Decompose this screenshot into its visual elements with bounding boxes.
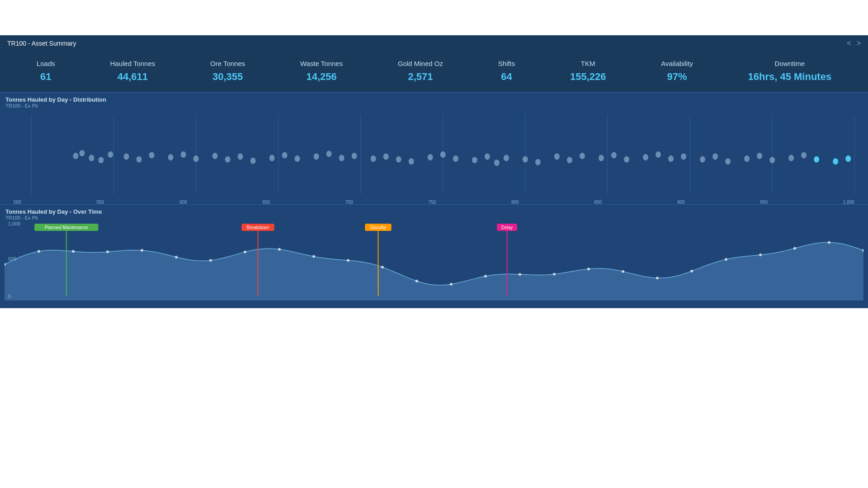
event-label: Planned Maintenance [45, 225, 88, 230]
stat-value-ore-tonnes: 30,355 [210, 71, 245, 83]
distribution-dot [428, 154, 433, 160]
distribution-subtitle: TR100 - Ex Pit [5, 103, 863, 108]
nav-next-button[interactable]: > [857, 39, 861, 47]
distribution-dot [845, 155, 851, 162]
stat-label-waste-tonnes: Waste Tonnes [300, 60, 343, 67]
stat-value-gold-mined-oz: 2,571 [398, 71, 443, 83]
distribution-dot [181, 151, 186, 158]
distribution-dot [494, 160, 500, 166]
distribution-dot [833, 158, 838, 164]
distribution-dot [193, 155, 199, 162]
distribution-dot [712, 154, 718, 160]
stat-value-availability: 97% [661, 71, 693, 83]
distribution-dot [339, 155, 344, 161]
nav-controls: < > [847, 39, 861, 47]
distribution-dot [440, 151, 446, 158]
overtime-dot [347, 259, 349, 262]
stat-value-tkm: 155,226 [570, 71, 606, 83]
nav-prev-button[interactable]: < [847, 39, 851, 47]
distribution-title: Tonnes Hauled by Day - Distribution [5, 96, 863, 103]
overtime-dot [519, 273, 521, 276]
overtime-dot [484, 275, 487, 277]
distribution-dot [523, 156, 528, 163]
overtime-dot [244, 251, 246, 253]
overtime-dot [175, 256, 178, 258]
distribution-dot [599, 155, 604, 161]
distribution-dot [79, 150, 85, 156]
overtime-svg: 1,0005000Planned MaintenanceBreakdownSta… [5, 221, 863, 300]
stat-value-hauled-tonnes: 44,611 [110, 71, 155, 83]
stat-label-availability: Availability [661, 60, 693, 67]
distribution-dot [611, 152, 617, 158]
stat-value-loads: 61 [37, 71, 55, 83]
distribution-dot [643, 154, 648, 160]
distribution-dot [681, 154, 686, 160]
distribution-dot [554, 154, 560, 160]
stat-gold-mined-oz: Gold Mined Oz 2,571 [398, 60, 443, 83]
top-white-area [0, 0, 868, 35]
overtime-dot [759, 253, 762, 256]
overtime-dot [72, 250, 75, 253]
overtime-dot [415, 280, 418, 282]
overtime-dot [725, 258, 727, 261]
overtime-panel: Tonnes Hauled by Day - Over Time TR100 -… [0, 204, 868, 308]
distribution-dot [472, 157, 477, 163]
overtime-dot [828, 241, 830, 244]
distribution-dot [535, 159, 541, 165]
stat-value-downtime: 16hrs, 45 Minutes [748, 71, 831, 83]
stat-label-downtime: Downtime [748, 60, 831, 67]
distribution-dot [383, 154, 389, 160]
overtime-dot [209, 259, 212, 262]
overtime-y-label: 0 [8, 294, 11, 299]
distribution-dot [282, 152, 288, 158]
stats-bar: Loads 61Hauled Tonnes 44,611Ore Tonnes 3… [0, 52, 868, 92]
stat-label-ore-tonnes: Ore Tonnes [210, 60, 245, 67]
distribution-dot [769, 157, 775, 163]
distribution-dot [453, 155, 458, 162]
stat-value-waste-tonnes: 14,256 [300, 71, 343, 83]
distribution-dot [757, 153, 762, 159]
stat-value-shifts: 64 [498, 71, 515, 83]
overtime-dot [106, 250, 109, 253]
distribution-dot [504, 155, 509, 161]
distribution-panel: Tonnes Hauled by Day - Distribution TR10… [0, 92, 868, 204]
distribution-dot [567, 157, 572, 163]
distribution-dot [396, 156, 401, 163]
stat-ore-tonnes: Ore Tonnes 30,355 [210, 60, 245, 83]
distribution-dot [108, 151, 113, 158]
stat-availability: Availability 97% [661, 60, 693, 83]
distribution-header: Tonnes Hauled by Day - Distribution TR10… [0, 93, 868, 109]
overtime-y-label: 1,000 [8, 221, 20, 226]
distribution-dot [326, 150, 332, 157]
overtime-dot [38, 250, 40, 253]
distribution-dot [580, 153, 585, 159]
overtime-dot [450, 283, 453, 286]
event-label: Breakdown [247, 225, 269, 230]
title-bar: TR100 - Asset Summary < > [0, 35, 868, 52]
stat-label-loads: Loads [37, 60, 55, 67]
event-label: Standby [370, 225, 386, 230]
stat-label-gold-mined-oz: Gold Mined Oz [398, 60, 443, 67]
stat-label-shifts: Shifts [498, 60, 515, 67]
stat-waste-tonnes: Waste Tonnes 14,256 [300, 60, 343, 83]
overtime-dot [553, 273, 556, 276]
distribution-dot [700, 156, 705, 163]
distribution-dot [73, 153, 78, 159]
distribution-chart-area [5, 109, 863, 200]
stat-tkm: TKM 155,226 [570, 60, 606, 83]
distribution-dot [624, 156, 629, 163]
distribution-dot [225, 156, 231, 163]
distribution-dot [137, 156, 142, 163]
overtime-dot [141, 249, 143, 252]
stat-label-hauled-tonnes: Hauled Tonnes [110, 60, 155, 67]
distribution-dot [238, 154, 243, 160]
distribution-dot [212, 153, 218, 159]
stat-loads: Loads 61 [37, 60, 55, 83]
overtime-title: Tonnes Hauled by Day - Over Time [5, 208, 863, 215]
overtime-dot [793, 247, 796, 250]
distribution-dot [352, 153, 357, 159]
stat-shifts: Shifts 64 [498, 60, 515, 83]
distribution-dot [485, 154, 490, 160]
distribution-dot [744, 155, 750, 162]
distribution-svg [5, 109, 863, 200]
